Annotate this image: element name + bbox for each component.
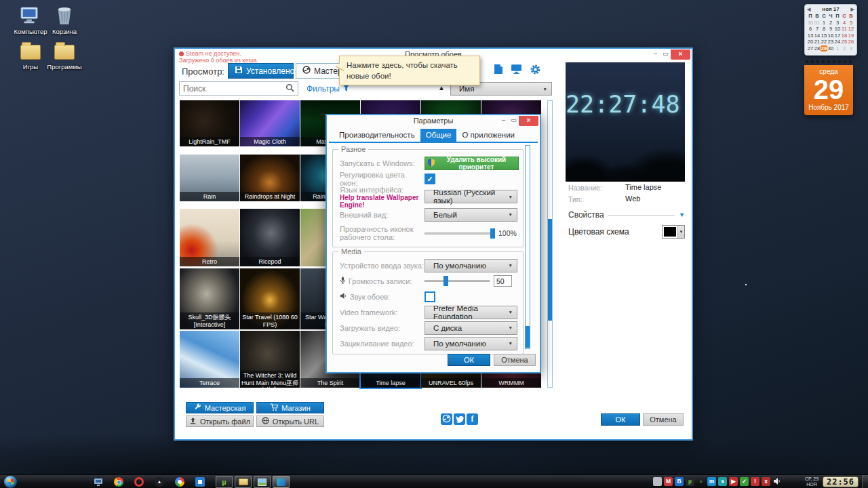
video-framework-select[interactable]: Prefer Media Foundation ▼	[425, 306, 517, 319]
taskbar-chrome-icon[interactable]	[114, 477, 123, 487]
bluetooth-icon[interactable]: B	[675, 477, 684, 486]
maximize-button[interactable]: ▭	[660, 49, 671, 59]
desktop-icon-programs[interactable]: Программы	[39, 41, 90, 70]
start-button[interactable]	[4, 476, 17, 488]
search-icon[interactable]	[285, 83, 294, 95]
calendar-day-cell[interactable]: 19	[848, 33, 854, 39]
open-file-button[interactable]: Открыть файл	[186, 415, 254, 427]
calendar-day-cell[interactable]: 21	[814, 39, 821, 45]
calendar-day-cell[interactable]: 1	[834, 45, 841, 52]
calendar-day-cell[interactable]: 28	[814, 45, 821, 52]
taskbar-mediaget-icon[interactable]: ▲	[155, 477, 164, 487]
wallpaper-tile[interactable]: Terrace	[180, 331, 239, 388]
calendar-day-cell[interactable]: 14	[814, 33, 821, 39]
calendar-day-cell[interactable]: 5	[848, 20, 854, 26]
steam-social-button[interactable]	[441, 413, 452, 425]
calendar-day-cell[interactable]: 2	[827, 20, 834, 26]
wallpaper-tile[interactable]: Skull_3D骷髅头 [Interactive]	[180, 268, 239, 329]
open-url-button[interactable]: Открыть URL	[256, 415, 324, 427]
desktop-icon-recycle-bin[interactable]: Корзина	[39, 5, 90, 35]
calendar-day-cell[interactable]: 4	[841, 20, 848, 26]
shop-button[interactable]: Магазин	[256, 402, 324, 413]
maxthon-icon[interactable]: m	[707, 477, 716, 486]
search-input[interactable]	[183, 84, 285, 94]
taskbar-utorrent-button[interactable]: µ	[216, 476, 233, 488]
calendar-day-cell[interactable]: 25	[841, 39, 848, 45]
tray-clock[interactable]: 22:56	[823, 476, 859, 487]
language-select[interactable]: Russian (Русский язык) ▼	[425, 190, 517, 203]
dialog-scrollbar-thumb[interactable]	[526, 326, 530, 348]
calendar-day-cell[interactable]: 13	[807, 33, 814, 39]
minimize-button[interactable]: –	[498, 116, 509, 125]
calendar-day-cell[interactable]: 20	[807, 39, 814, 45]
calendar-day-cell[interactable]: 2	[841, 45, 848, 52]
sync-icon[interactable]: s	[718, 477, 727, 486]
dialog-scrollbar[interactable]	[525, 145, 530, 349]
taskbar-explorer-button[interactable]	[235, 476, 252, 488]
calendar-day-cell[interactable]: 27	[807, 45, 814, 52]
tab-performance[interactable]: Производительность	[334, 129, 420, 142]
wallpaper-tile[interactable]: The Witcher 3: Wild Hunt Main Menu巫师3本体主…	[240, 331, 300, 388]
calendar-day-cell[interactable]: 30	[807, 20, 814, 26]
color-scheme-picker[interactable]: ▼	[662, 225, 685, 239]
calendar-day-cell[interactable]: 26	[848, 39, 854, 45]
taskbar-opera-icon[interactable]	[134, 477, 144, 487]
calendar-day-cell[interactable]: 18	[841, 33, 848, 39]
calendar-day-cell[interactable]: 3	[834, 20, 841, 26]
calendar-day-cell[interactable]: 22	[821, 39, 827, 45]
ok-button[interactable]: ОК	[601, 413, 640, 426]
wallpaper-tile[interactable]: Magic Cloth	[240, 100, 300, 146]
minimize-button[interactable]: –	[650, 49, 660, 59]
remove-high-priority-button[interactable]: Удалить высокий приоритет	[425, 157, 519, 170]
close-button[interactable]: ×	[671, 49, 690, 60]
calendar-day-cell[interactable]: 23	[827, 39, 834, 45]
close-icon[interactable]: ×	[519, 116, 538, 126]
calendar-day-cell[interactable]: 3	[848, 45, 854, 52]
tab-general[interactable]: Общие	[420, 129, 457, 142]
calendar-day-cell[interactable]: 10	[834, 26, 841, 33]
calendar-next-icon[interactable]: ▶	[851, 7, 854, 12]
maximize-button[interactable]: ▭	[509, 116, 519, 125]
volume-icon[interactable]	[772, 477, 781, 486]
taskbar-google-icon[interactable]	[175, 477, 184, 487]
chevron-down-icon[interactable]: ▼	[679, 211, 685, 218]
utorrent-tray-icon[interactable]: µ	[686, 477, 694, 486]
calendar-day-cell[interactable]: 30	[827, 45, 834, 52]
twitter-social-button[interactable]	[454, 413, 465, 425]
grid-scrollbar[interactable]	[547, 100, 553, 388]
wallpaper-tile[interactable]: LightRain_TMF	[180, 100, 239, 146]
calendar-day-cell[interactable]: 11	[841, 26, 848, 33]
calendar-day-cell[interactable]: 16	[827, 33, 834, 39]
wallpaper-tile[interactable]: Ricepod	[240, 209, 300, 266]
video-app-icon[interactable]: ▶	[729, 477, 738, 486]
tool-icon[interactable]: x	[762, 477, 770, 486]
media-app-icon[interactable]: M	[664, 477, 673, 486]
update-icon[interactable]: ●	[696, 477, 705, 486]
calendar-prev-icon[interactable]: ◀	[807, 7, 810, 12]
calendar-day-cell[interactable]: 17	[834, 33, 841, 39]
wallpaper-tile[interactable]: Retro	[180, 209, 239, 266]
calendar-day-cell[interactable]: 1	[821, 20, 827, 26]
alert-flag-icon[interactable]: !	[751, 477, 760, 486]
tab-about[interactable]: О приложении	[456, 129, 520, 142]
calendar-day-cell[interactable]: 7	[814, 26, 821, 33]
tab-installed[interactable]: Установлено	[228, 63, 294, 79]
gear-icon[interactable]	[530, 64, 541, 78]
taskbar-app-icon[interactable]	[195, 477, 205, 487]
filters-button[interactable]: Фильтры	[307, 84, 350, 94]
record-volume-slider[interactable]	[425, 276, 490, 286]
calendar-day-cell[interactable]: 12	[848, 26, 854, 33]
grid-scrollbar-thumb[interactable]	[548, 219, 552, 321]
wallpaper-tile[interactable]: Raindrops at Night	[240, 155, 300, 201]
antivirus-icon[interactable]: ✓	[740, 477, 749, 486]
window-color-checkbox[interactable]: ✓	[425, 174, 435, 184]
calendar-day-cell[interactable]: 29	[821, 45, 827, 52]
dialog-ok-button[interactable]: ОК	[448, 354, 490, 366]
apps-grid-icon[interactable]	[653, 477, 662, 486]
wallpaper-tile[interactable]: Rain	[180, 155, 239, 201]
new-wallpaper-icon[interactable]	[494, 64, 503, 78]
icon-opacity-slider[interactable]	[425, 228, 495, 239]
calendar-day-cell[interactable]: 24	[834, 39, 841, 45]
translate-link[interactable]: Help translate Wallpaper Engine!	[340, 194, 425, 209]
calendar-day-cell[interactable]: 31	[814, 20, 821, 26]
